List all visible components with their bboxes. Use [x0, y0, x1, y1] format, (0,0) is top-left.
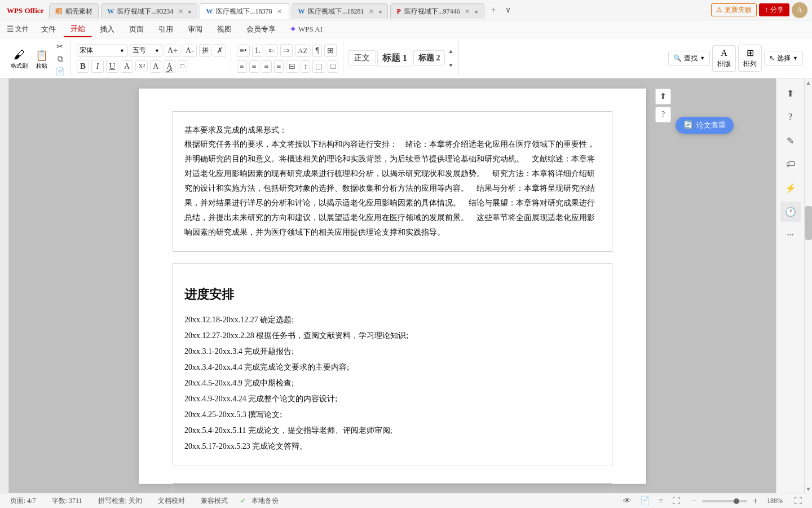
tab-references[interactable]: 引用: [152, 22, 180, 37]
fullscreen-expand-btn[interactable]: ⛶: [791, 496, 805, 507]
distributed-button[interactable]: ⊟: [286, 60, 298, 73]
select-button[interactable]: ↖ 选择 ▼: [764, 51, 803, 66]
scrollbar-down[interactable]: ▼: [805, 485, 813, 493]
tab-ppt-close[interactable]: ✕: [464, 8, 471, 16]
right-panel-help-btn[interactable]: ?: [780, 107, 801, 127]
font-color-button[interactable]: A: [121, 60, 133, 73]
style-up-button[interactable]: ▲: [446, 48, 455, 54]
align-right-button[interactable]: ≡: [262, 60, 272, 73]
tab-insert[interactable]: 插入: [93, 22, 121, 37]
edit-view-btn[interactable]: 📄: [637, 495, 653, 507]
outline-view-btn[interactable]: ≡: [655, 496, 667, 507]
superscript-button[interactable]: X²: [135, 60, 148, 72]
tab-daoke[interactable]: 稻 稻壳素材: [49, 3, 99, 19]
justify-button[interactable]: ≡: [274, 60, 284, 73]
backup-label[interactable]: 本地备份: [248, 495, 282, 507]
zoom-slider[interactable]: [702, 500, 747, 502]
scrollbar-track[interactable]: [805, 86, 813, 485]
scrollbar-up[interactable]: ▲: [805, 78, 813, 86]
more-tabs-button[interactable]: ∨: [501, 3, 515, 17]
underline-button[interactable]: U: [106, 60, 118, 73]
help-btn[interactable]: ?: [655, 107, 671, 122]
tab-member[interactable]: 会员专享: [240, 22, 283, 37]
tab-doc3[interactable]: W 医疗视域下...18281 ✕ ●: [292, 3, 388, 19]
tab-review[interactable]: 审阅: [181, 22, 209, 37]
tab-doc3-close[interactable]: ✕: [367, 8, 375, 16]
scrollbar-thumb[interactable]: [805, 206, 812, 240]
line-spacing-button[interactable]: ↕: [301, 60, 310, 73]
font-bg-button[interactable]: A: [150, 60, 161, 73]
indent-decrease[interactable]: ⇐: [266, 44, 278, 57]
zoom-plus-btn[interactable]: +: [749, 495, 761, 507]
right-panel-up-btn[interactable]: ⬆: [780, 83, 801, 103]
read-view-btn[interactable]: 👁: [620, 496, 634, 507]
tab-ppt[interactable]: P 医疗视域下...97446 ✕ ●: [390, 3, 484, 19]
share-button[interactable]: ↑ 分享: [759, 3, 789, 16]
zoom-thumb[interactable]: [734, 498, 739, 504]
numbering-button[interactable]: 1.: [252, 45, 264, 57]
border-para-button[interactable]: □: [328, 60, 338, 73]
style-down-button[interactable]: ▼: [446, 62, 455, 68]
right-panel-bolt-btn[interactable]: ⚡: [780, 178, 801, 198]
page-info[interactable]: 页面: 4/7: [7, 495, 39, 507]
style-heading2-button[interactable]: 标题 2: [413, 50, 445, 66]
clear-format[interactable]: ✗: [214, 44, 226, 57]
lunwen-icon: 🔄: [683, 120, 693, 130]
sort-button[interactable]: AZ: [295, 45, 310, 57]
style-normal-button[interactable]: 正文: [348, 50, 376, 66]
paste-button[interactable]: 📋 粘贴: [33, 47, 51, 72]
tab-wpsai[interactable]: ✦ WPS AI: [284, 21, 328, 37]
user-avatar[interactable]: A: [792, 2, 807, 18]
tab-doc2[interactable]: W 医疗视域下...18378 ✕: [200, 3, 289, 19]
scrollbar-vertical[interactable]: ▲ ▼: [804, 78, 812, 493]
tab-file[interactable]: 文件: [34, 22, 63, 37]
layout-button[interactable]: A 排版: [712, 45, 736, 72]
zoom-minus-btn[interactable]: −: [688, 495, 700, 507]
format-brush-button[interactable]: 🖌 格式刷: [8, 47, 30, 72]
shading-button[interactable]: ⬚: [312, 60, 325, 73]
doc-review[interactable]: 文档校对: [155, 495, 188, 507]
indent-increase[interactable]: ⇒: [280, 44, 293, 57]
zoom-level[interactable]: 188%: [764, 496, 786, 506]
menu-button[interactable]: ☰ 文件: [5, 23, 31, 35]
border-button[interactable]: □: [178, 60, 187, 72]
wps-logo[interactable]: WPS Office: [2, 4, 48, 16]
compat-mode[interactable]: 兼容模式: [197, 495, 231, 507]
arrange-button[interactable]: ⊞ 排列: [738, 45, 762, 72]
lunwen-popup[interactable]: 🔄 论文查重: [676, 117, 734, 134]
font-size-decrease[interactable]: A-: [183, 45, 197, 57]
tab-home[interactable]: 开始: [64, 21, 92, 37]
tab-view[interactable]: 视图: [210, 22, 239, 37]
paste-special-button[interactable]: 📄: [53, 66, 67, 78]
align-left-button[interactable]: ≡: [237, 60, 247, 73]
para-more[interactable]: ⊞: [324, 44, 337, 57]
copy-button[interactable]: ⧉: [53, 54, 67, 65]
collapse-btn[interactable]: ⬆: [655, 89, 671, 104]
right-panel-tag-btn[interactable]: 🏷: [780, 154, 801, 174]
fullscreen-btn[interactable]: ⛶: [669, 496, 683, 507]
new-tab-button[interactable]: +: [487, 3, 500, 17]
right-panel-history-btn[interactable]: 🕐: [780, 202, 801, 222]
find-button[interactable]: 🔍 查找 ▼: [668, 51, 710, 66]
spell-check[interactable]: 拼写检查: 关闭: [95, 495, 145, 507]
font-size-increase[interactable]: A+: [165, 45, 180, 57]
right-panel-edit-btn[interactable]: ✎: [780, 130, 801, 151]
bullets-button[interactable]: ≡•: [237, 45, 250, 57]
tab-page[interactable]: 页面: [122, 22, 151, 37]
right-panel-more-btn[interactable]: ···: [780, 225, 801, 246]
tab-doc2-close[interactable]: ✕: [275, 8, 283, 16]
bold-button[interactable]: B: [77, 60, 89, 73]
align-center-button[interactable]: ≡: [249, 60, 259, 73]
italic-button[interactable]: I: [91, 60, 104, 73]
tab-doc1-close[interactable]: ✕: [176, 8, 184, 16]
font-name-select[interactable]: 宋体 ▼: [77, 45, 127, 56]
tab-doc1[interactable]: W 医疗视域下...93234 ✕ ●: [101, 3, 197, 19]
word-count[interactable]: 字数: 3711: [48, 495, 86, 507]
font-pinyin[interactable]: 拼: [199, 44, 211, 57]
style-heading1-button[interactable]: 标题 1: [377, 50, 412, 67]
font-style-button[interactable]: A: [164, 60, 175, 73]
font-size-select[interactable]: 五号 ▼: [130, 45, 162, 56]
update-fail-button[interactable]: ⚠ 更新失败: [711, 3, 757, 16]
show-hide[interactable]: ¶: [312, 45, 321, 57]
cut-button[interactable]: ✂: [53, 41, 67, 52]
